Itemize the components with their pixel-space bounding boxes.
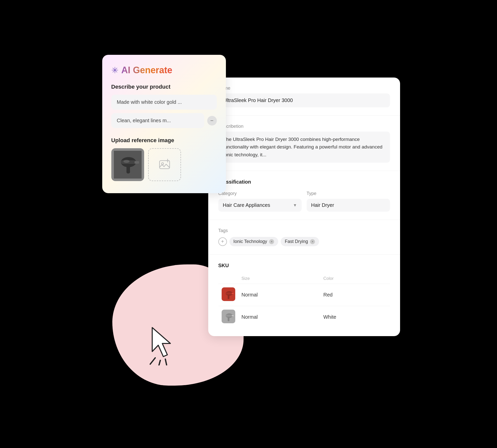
sku-table: Size Color [218,273,390,328]
tags-section: Tags + Ionic Technology × Fast Drying × [208,220,400,255]
svg-rect-9 [160,161,170,169]
type-select[interactable]: Hair Dryer [307,199,390,212]
sku-size-1: Normal [239,284,320,306]
describe-label: Describe your product [111,84,217,90]
svg-point-8 [123,160,129,163]
classification-row: Category Hair Care Appliances ▼ Type Hai… [218,191,390,212]
sparkle-icon: ✳︎ [111,65,118,75]
ai-generate-card: ✳︎ AI Generate Describe your product Mad… [102,55,226,193]
upload-new-image-button[interactable] [148,148,181,181]
classification-title: Classification [218,179,390,185]
tag-fast-drying: Fast Drying × [281,237,319,246]
add-tag-button[interactable]: + [218,237,227,246]
name-section: Name UltraSleek Pro Hair Dryer 3000 [208,78,400,116]
ai-header: ✳︎ AI Generate [111,65,217,76]
tag-ionic-technology: Ionic Technology × [229,237,278,246]
svg-rect-21 [232,315,234,316]
reference-image-thumb [111,148,144,181]
tag-fast-drying-label: Fast Drying [285,239,308,244]
type-label: Type [307,191,390,196]
svg-rect-6 [135,161,139,164]
sku-image-1 [222,287,235,301]
product-info-card: Name UltraSleek Pro Hair Dryer 3000 Desc… [208,78,400,336]
sku-color-2: White [320,306,390,328]
name-value[interactable]: UltraSleek Pro Hair Dryer 3000 [218,93,390,107]
svg-rect-16 [232,293,234,294]
svg-rect-7 [126,165,130,173]
svg-rect-17 [228,295,229,299]
sku-col-thumb [218,273,239,284]
upload-row [111,148,217,181]
svg-line-2 [165,359,167,365]
description-input-row-2: Clean, elegant lines m... − [111,113,217,128]
svg-rect-15 [226,292,233,294]
sku-row-2: Normal White [218,306,390,328]
sku-thumb-1 [218,284,239,306]
name-label: Name [218,86,390,91]
product-description-input-1[interactable]: Made with white color gold ... [111,95,217,110]
type-field: Type Hair Dryer [307,191,390,212]
remove-fast-drying-tag-button[interactable]: × [310,239,315,244]
type-value: Hair Dryer [311,202,334,208]
tags-row: + Ionic Technology × Fast Drying × [218,237,390,246]
description-value[interactable]: The UltraSleek Pro Hair Dryer 3000 combi… [218,132,390,163]
tag-ionic-label: Ionic Technology [233,239,267,244]
ai-title: AI Generate [121,65,172,76]
upload-label: Upload reference image [111,137,217,144]
sku-size-2: Normal [239,306,320,328]
svg-line-1 [159,360,160,365]
category-label: Category [218,191,302,196]
remove-input-button[interactable]: − [207,116,217,126]
sku-section: SKU Size Color [208,255,400,336]
description-section: Describetion The UltraSleek Pro Hair Dry… [208,116,400,171]
description-label: Describetion [218,124,390,129]
category-value: Hair Care Appliances [223,202,270,208]
sku-title: SKU [218,263,390,268]
remove-ionic-tag-button[interactable]: × [269,239,274,244]
sku-col-size: Size [239,273,320,284]
svg-rect-20 [226,315,233,317]
sku-thumb-2 [218,306,239,328]
sku-image-2 [222,310,235,323]
sku-col-color: Color [320,273,390,284]
svg-rect-22 [228,317,229,321]
svg-line-0 [150,358,155,364]
product-description-input-2[interactable]: Clean, elegant lines m... [111,113,204,128]
sku-color-1: Red [320,284,390,306]
sku-row-1: Normal Red [218,284,390,306]
category-select[interactable]: Hair Care Appliances ▼ [218,199,302,212]
tags-label: Tags [218,228,390,233]
cursor-arrow [148,325,180,365]
svg-point-10 [162,163,164,165]
classification-section: Classification Category Hair Care Applia… [208,171,400,220]
category-field: Category Hair Care Appliances ▼ [218,191,302,212]
chevron-down-icon: ▼ [293,203,297,208]
